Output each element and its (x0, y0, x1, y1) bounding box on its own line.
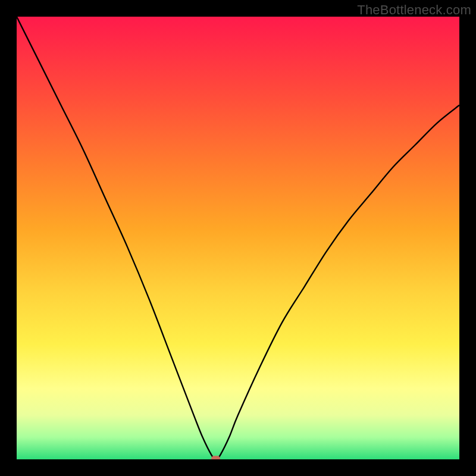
bottleneck-curve (17, 17, 459, 459)
plot-area (17, 17, 459, 459)
watermark-text: TheBottleneck.com (357, 2, 471, 18)
min-marker (211, 456, 220, 459)
chart-frame: TheBottleneck.com (0, 0, 476, 476)
